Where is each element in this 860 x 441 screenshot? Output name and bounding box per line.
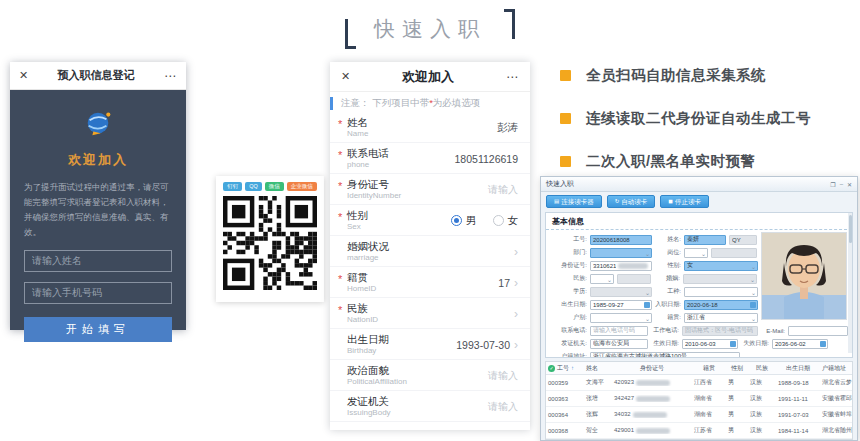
table-row[interactable]: 000363 张培 342427 湖南省 男 汉族 1991-11-11 安徽省…	[546, 391, 852, 407]
page: 快速入职 ✕ 预入职信息登记 ⋯ 欢迎加入 为了提升面试过程中的通过率，请尽可能…	[0, 0, 860, 441]
restore-icon[interactable]: ❐	[830, 181, 835, 188]
connect-reader-button[interactable]: ▤ 连接读卡器	[546, 195, 602, 208]
stop-read-button[interactable]: ◼ 停止读卡	[660, 195, 709, 208]
auto-read-button[interactable]: ↻ 自动读卡	[607, 195, 656, 208]
sort-asc-icon[interactable]: ↑	[571, 365, 574, 371]
field-phone-value: 18051126619	[455, 153, 518, 165]
redacted-id	[618, 263, 648, 269]
share-qq-button[interactable]: QQ	[245, 182, 262, 191]
close-icon[interactable]: ✕	[341, 70, 350, 83]
marriage-select[interactable]: ⌄	[683, 274, 757, 284]
share-wecom-button[interactable]: 企业微信	[287, 182, 317, 191]
chevron-right-icon: ›	[514, 278, 518, 288]
bullet-square-icon	[560, 113, 571, 124]
hukou-type-select[interactable]: ⌄	[590, 313, 652, 323]
window-title: 快速入职	[546, 179, 574, 189]
bullet-square-icon	[560, 156, 571, 167]
form-phone-title: 欢迎加入	[402, 68, 454, 86]
window-titlebar: 快速入职 ❐ – ✕	[541, 177, 857, 192]
page-title: 快速入职	[374, 15, 486, 43]
app-logo-icon	[83, 108, 113, 142]
birth-date-field[interactable]: 1985-09-27	[590, 300, 652, 310]
redacted-id	[636, 428, 670, 434]
field-marriage[interactable]: 婚姻状况 marriage ›	[330, 236, 530, 267]
field-nation[interactable]: * 民族 NationID ›	[330, 298, 530, 329]
stop-icon: ◼	[668, 196, 673, 207]
field-political-affiliation[interactable]: 政治面貌 PoliticalAffiliation 请输入	[330, 360, 530, 391]
radio-female[interactable]: 女	[493, 214, 519, 228]
row-check-icon[interactable]: ✓	[548, 365, 555, 372]
name-pinyin-field: QY	[729, 235, 757, 245]
table-row[interactable]: 000359 文海平 420923 江西省 男 汉族 1988-09-18 湖北…	[546, 375, 852, 391]
qr-code	[223, 196, 317, 290]
valid-from-field[interactable]: 2010-06-03	[682, 339, 738, 349]
radio-male[interactable]: 男	[451, 214, 477, 228]
radio-female-dot	[493, 215, 504, 226]
mobile-input[interactable]	[24, 282, 172, 304]
notice-accent-bar	[330, 97, 333, 110]
chevron-right-icon: ›	[514, 309, 518, 319]
hire-date-field[interactable]: 2020-06-18	[684, 300, 758, 310]
onboarding-form-phone: ✕ 欢迎加入 ⋯ 注意： 下列项目中带*为必填选项 * 姓名 Name 彭涛 *…	[330, 62, 530, 430]
post-select[interactable]: ⌄	[684, 248, 708, 258]
sex-select[interactable]: 女⌄	[684, 261, 758, 271]
redacted-id	[636, 380, 670, 386]
dept-select[interactable]: ⌄	[590, 248, 652, 258]
pre-onboarding-body: 欢迎加入 为了提升面试过程中的通过率，请尽可能完整填写求职者登记表和入职材料，并…	[10, 90, 186, 342]
email-field[interactable]	[788, 326, 848, 336]
field-issuing-body[interactable]: 发证机关 IssuingBody 请输入	[330, 391, 530, 422]
idcard-field[interactable]: 3310621	[590, 261, 652, 271]
qr-code-card: 钉钉 QQ 微信 企业微信	[216, 176, 324, 302]
required-mark: *	[338, 304, 342, 316]
origin-select[interactable]: 浙江省⌄	[684, 313, 758, 323]
issuer-field[interactable]: 临海市公安局	[590, 339, 648, 349]
field-birthday-value: 1993-07-30	[456, 339, 510, 351]
address-field[interactable]: 浙江省临海市古城街道赤城路100号	[590, 352, 740, 359]
id-reader-icon: ▤	[554, 196, 559, 207]
more-icon[interactable]: ⋯	[164, 69, 177, 83]
table-row[interactable]: 000368 贺全 429001 江苏省 男 汉族 1984-11-14 湖北省…	[546, 423, 852, 439]
table-row[interactable]: 000364 张辉 34032 湖南省 男 汉族 1991-07-03 安徽省蚌…	[546, 407, 852, 423]
required-fields-notice: 注意： 下列项目中带*为必填选项	[330, 97, 530, 110]
basic-info-panel: 基本信息 工号: 20200618008 姓名: 秦妍 QY 部门: ⌄ 岗位:…	[545, 212, 853, 358]
bracket-left-decoration	[345, 19, 356, 49]
page-title-block: 快速入职	[0, 6, 860, 52]
contact-phone-field[interactable]: 请输入电话号码	[590, 326, 648, 336]
share-wechat-button[interactable]: 微信	[265, 182, 284, 191]
minimize-icon[interactable]: –	[840, 181, 843, 188]
field-birthday[interactable]: 出生日期 Birthday 1993-07-30 ›	[330, 329, 530, 360]
required-mark: *	[338, 211, 342, 223]
emp-no-field[interactable]: 20200618008	[590, 235, 652, 245]
name-input[interactable]	[24, 250, 172, 272]
field-identity-number[interactable]: * 身份证号 IdentityNumber 请输入	[330, 174, 530, 205]
share-dingtalk-button[interactable]: 钉钉	[223, 182, 242, 191]
start-filling-button[interactable]: 开始填写	[24, 317, 172, 342]
calendar-icon[interactable]	[644, 302, 650, 308]
worktype-select[interactable]: ⌄	[684, 287, 758, 297]
name-field[interactable]: 秦妍	[684, 235, 726, 245]
share-channel-buttons: 钉钉 QQ 微信 企业微信	[222, 182, 318, 191]
more-icon[interactable]: ⋯	[506, 70, 519, 84]
feature-item: 连续读取二代身份证自动生成工号	[560, 109, 858, 128]
calendar-icon[interactable]	[750, 302, 756, 308]
redacted-id	[636, 396, 670, 402]
field-name-value: 彭涛	[497, 121, 518, 135]
education-select[interactable]: ⌄	[590, 287, 652, 297]
basic-info-title: 基本信息	[546, 213, 852, 230]
feature-item: 二次入职/黑名单实时预警	[560, 152, 858, 171]
field-home-origin[interactable]: * 籍贯 HomeID 17 ›	[330, 267, 530, 298]
calendar-icon[interactable]	[820, 341, 826, 347]
window-toolbar: ▤ 连接读卡器 ↻ 自动读卡 ◼ 停止读卡	[541, 192, 857, 211]
close-icon[interactable]: ✕	[19, 69, 28, 82]
panel-scrollbar[interactable]	[848, 213, 852, 353]
welcome-description: 为了提升面试过程中的通过率，请尽可能完整填写求职者登记表和入职材料，并确保您所填…	[24, 180, 172, 240]
close-icon[interactable]: ✕	[847, 181, 852, 188]
field-name[interactable]: * 姓名 Name 彭涛	[330, 112, 530, 143]
calendar-icon[interactable]	[730, 341, 736, 347]
field-phone[interactable]: * 联系电话 phone 18051126619	[330, 143, 530, 174]
chevron-right-icon: ›	[514, 247, 518, 257]
work-phone-field[interactable]: 固话格式：区号-电话号码	[682, 326, 758, 336]
nation-select[interactable]: ⌄	[590, 274, 614, 284]
employee-photo	[761, 232, 847, 320]
valid-to-field[interactable]: 2036-06-02	[772, 339, 828, 349]
